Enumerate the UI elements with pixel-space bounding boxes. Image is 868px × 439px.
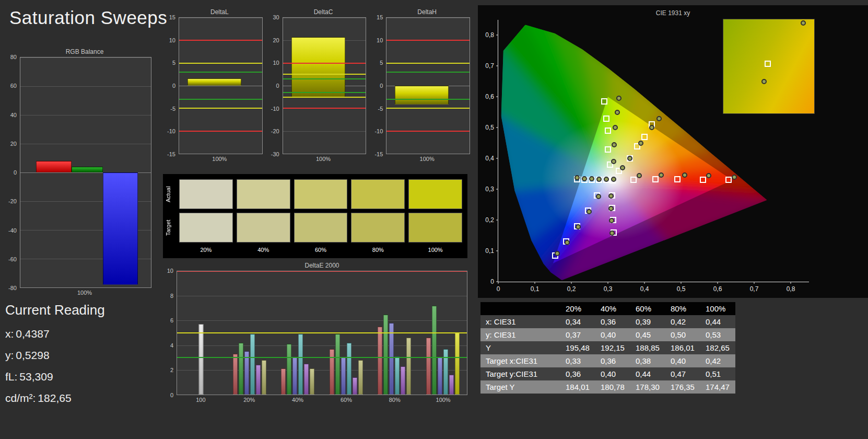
reference-line (179, 99, 262, 100)
table-header-cell: 20% (560, 302, 595, 315)
deltae-bar (262, 360, 266, 395)
table-cell: 0,53 (700, 328, 735, 341)
measured-point (609, 230, 615, 236)
cie-x-tick-label: 0,6 (713, 285, 722, 293)
cie-x-tick-mark (535, 282, 535, 284)
reading-cdm2-label: cd/m²: (5, 392, 36, 404)
gridline (177, 370, 467, 371)
measured-point (574, 175, 580, 180)
measured-point (706, 173, 711, 178)
table-header-row: 20%40%60%80%100% (480, 302, 735, 315)
deltae-x-tick: 20% (243, 397, 255, 403)
deltae-bar (455, 333, 460, 395)
delta-y-tick: 10 (377, 37, 383, 43)
gridline (179, 154, 262, 154)
table-cell: 0,38 (630, 354, 665, 367)
gridline (20, 86, 151, 87)
cie-x-tick-mark (718, 282, 718, 284)
table-cell: 0,37 (560, 328, 595, 341)
measured-point (587, 209, 592, 214)
table-cell: 174,47 (700, 380, 735, 394)
reference-line (179, 40, 262, 41)
reference-line (283, 74, 366, 75)
reference-line (283, 108, 366, 109)
delta-y-tick: 5 (380, 60, 383, 66)
cie-x-tick-label: 0 (497, 285, 500, 293)
deltae-bar (292, 357, 297, 395)
reference-line (179, 131, 262, 132)
cie-y-tick-label: 0,8 (485, 31, 494, 39)
cie-x-tick-mark (608, 282, 608, 284)
reference-line (179, 72, 262, 73)
deltae-y-tick: 4 (170, 342, 173, 349)
delta-bar (291, 37, 345, 97)
deltae-bar (426, 338, 431, 395)
deltal-chart: DeltaL 151050-5-10-15 100% (162, 8, 263, 162)
cie-y-tick-mark (496, 158, 498, 159)
deltae2000-x-axis: 10020%40%60%80%100% (177, 395, 467, 403)
deltac-plot (283, 17, 367, 154)
table-cell: 192,15 (595, 341, 630, 354)
rgb-y-tick: -80 (8, 285, 17, 291)
delta-y-tick: 15 (169, 14, 175, 20)
table-row-label: Target y:CIE31 (480, 367, 560, 380)
target-swatch (351, 213, 405, 242)
cie-x-tick-label: 0,8 (787, 285, 795, 293)
rgb-balance-y-axis: 806040200-20-40-60-80 (3, 57, 20, 288)
deltae-y-tick: 6 (170, 317, 173, 324)
deltal-title: DeltaL (162, 8, 263, 16)
cie-y-tick-mark (496, 189, 498, 190)
measured-point (620, 165, 625, 170)
cie-zoom-inset (723, 19, 815, 114)
delta-y-tick: -5 (378, 106, 383, 112)
table-row-label: Target Y (480, 380, 560, 394)
swatch-column-label: 40% (237, 246, 290, 255)
deltae-bar (330, 349, 334, 395)
measured-point (649, 125, 654, 130)
rgb-y-tick: -20 (8, 198, 17, 204)
gridline (283, 154, 366, 154)
target-swatch (237, 213, 290, 242)
swatch-row-label: Target (165, 213, 175, 242)
rgb-y-tick: 80 (10, 54, 17, 60)
target-point (605, 128, 611, 134)
deltac-chart: DeltaC 3020100-10-20-30 100% (266, 8, 367, 162)
reading-x-label: x: (5, 328, 14, 340)
reading-cdm2: cd/m²:182,65 (5, 392, 105, 405)
table-cell: 0,45 (630, 328, 665, 341)
color-swatches-panel: ActualTarget20%40%60%80%100% (163, 174, 467, 258)
deltae-bar (383, 315, 388, 395)
cie-x-tick-label: 0,5 (677, 285, 686, 293)
gridline (177, 345, 467, 346)
deltac-y-axis: 3020100-10-20-30 (266, 17, 283, 154)
deltae-x-tick: 80% (389, 397, 401, 403)
deltae-bar (443, 349, 448, 395)
cie-x-tick-mark (681, 282, 682, 284)
target-point (725, 177, 732, 183)
reference-line (386, 99, 470, 100)
delta-y-tick: -10 (271, 106, 279, 112)
reading-x: x:0,4387 (5, 328, 105, 340)
rgb-y-tick: -40 (8, 227, 17, 234)
rgb-balance-title: RGB Balance (3, 48, 151, 55)
deltae-bar (304, 364, 309, 395)
deltae-y-tick: 10 (167, 268, 173, 274)
delta-y-tick: 20 (273, 37, 279, 43)
deltae-x-tick: 100% (436, 397, 451, 403)
gridline (20, 144, 151, 144)
table-cell: 186,01 (665, 341, 700, 354)
deltae-bar (298, 334, 303, 395)
table-cell: 0,40 (665, 354, 700, 367)
cie-y-tick-mark (496, 35, 498, 36)
deltac-body: 3020100-10-20-30 (266, 17, 367, 154)
rgb-y-tick: 0 (14, 169, 17, 176)
table-cell: 180,78 (595, 380, 630, 394)
deltae-bar (395, 356, 400, 395)
table-cell: 182,65 (700, 341, 735, 354)
cie-x-tick-label: 0,7 (750, 285, 759, 293)
reference-line (386, 131, 470, 132)
cie-y-tick-mark (496, 128, 498, 128)
deltae-bar (406, 338, 411, 395)
actual-swatch (237, 179, 290, 209)
delta-y-tick: 0 (172, 83, 175, 89)
